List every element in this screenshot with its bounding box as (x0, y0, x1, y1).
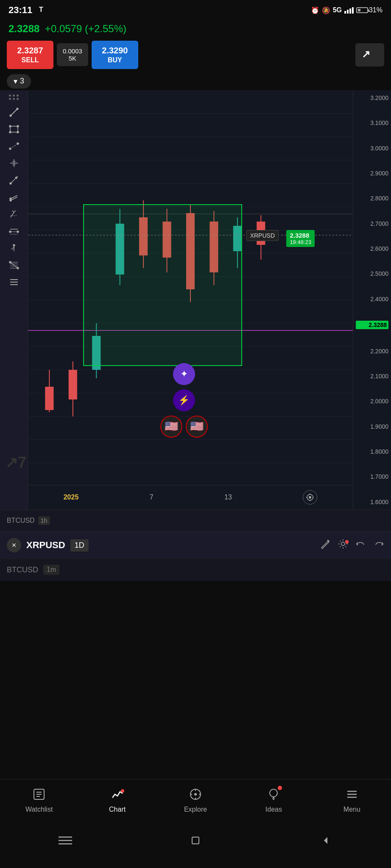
crosshair-tool[interactable] (6, 156, 22, 170)
svg-rect-72 (69, 370, 77, 399)
price-change: +0.0579 (+2.55%) (45, 23, 126, 34)
nav-menu[interactable]: Menu (313, 785, 391, 816)
channel-tool[interactable] (6, 190, 22, 204)
fibonacci-tool[interactable] (6, 258, 22, 272)
chart-icon (111, 788, 124, 804)
svg-point-93 (309, 496, 311, 499)
svg-point-101 (345, 540, 349, 544)
arrow-line-tool[interactable] (6, 173, 22, 187)
svg-point-36 (17, 231, 19, 233)
crosshair-price-label: 2.3288 19:48:23 (286, 230, 315, 247)
price-tick-24: 2.4000 (356, 296, 388, 302)
svg-point-12 (9, 131, 11, 133)
sell-label: SELL (14, 56, 46, 65)
text-tool[interactable] (6, 275, 22, 289)
explore-icon (189, 788, 202, 804)
svg-point-106 (121, 789, 124, 793)
dropdown-row: ▾ 3 (0, 72, 391, 90)
instrument-bar-secondary: BTCUSD 1h (0, 510, 391, 532)
svg-marker-124 (324, 837, 327, 844)
svg-rect-3 (349, 8, 351, 14)
svg-point-16 (17, 143, 19, 144)
crosshair-price: 2.3288 (290, 232, 311, 239)
spread-button[interactable]: 0.0003 5K (57, 43, 88, 66)
chart-toolbar (0, 90, 28, 510)
instrument-bar-main: × XRPUSD 1D (0, 532, 391, 559)
flag-button-1[interactable]: 🇺🇸 (160, 416, 182, 438)
flag-buttons: 🇺🇸 🇺🇸 (160, 416, 208, 438)
flag-button-2[interactable]: 🇺🇸 (186, 416, 208, 438)
status-icons: ⏰ 🔕 5G 31% (311, 6, 383, 14)
svg-rect-4 (352, 7, 354, 14)
go-to-current-button[interactable] (303, 490, 317, 505)
candle-area[interactable]: XRPUSD 2.3288 19:48:23 ✦ ⚡ 🇺🇸 🇺🇸 (28, 90, 353, 484)
draw-button[interactable] (320, 538, 331, 552)
svg-line-29 (12, 211, 14, 212)
watchlist-label: Watchlist (25, 806, 53, 813)
sell-button[interactable]: 2.3287 SELL (7, 41, 53, 69)
leverage-value: 3 (20, 77, 24, 86)
anchor-tool[interactable] (6, 241, 22, 255)
timeframe-badge[interactable]: 1D (70, 539, 89, 552)
price-header: 2.3288 +0.0579 (+2.55%) (0, 20, 391, 37)
nav-chart[interactable]: Chart (78, 785, 156, 816)
settings-button[interactable] (338, 538, 349, 552)
ideas-badge (278, 786, 282, 790)
signal-button[interactable]: ✦ (173, 363, 195, 385)
sys-home[interactable] (185, 830, 206, 851)
svg-point-11 (17, 125, 19, 127)
rectangle-tool[interactable] (6, 122, 22, 136)
nav-watchlist[interactable]: Watchlist (0, 785, 78, 816)
toolbar-drag-handle[interactable] (9, 94, 19, 100)
status-carrier: T (38, 5, 47, 16)
battery-container: 31% (356, 6, 383, 14)
lightning-button[interactable]: ⚡ (173, 389, 195, 411)
svg-line-6 (11, 109, 17, 116)
buy-label: BUY (99, 56, 131, 65)
chart-container[interactable]: XRPUSD 2.3288 19:48:23 ✦ ⚡ 🇺🇸 🇺🇸 (0, 90, 391, 510)
tertiary-timeframe: 1m (43, 565, 59, 575)
leverage-dropdown[interactable]: ▾ 3 (7, 74, 31, 89)
chevron-down-icon: ▾ (14, 77, 17, 86)
price-axis: 3.2000 3.1000 3.0000 2.9000 2.8000 2.700… (353, 90, 391, 510)
time-tick-7: 7 (150, 494, 154, 501)
nav-ideas[interactable]: Ideas (235, 785, 313, 816)
svg-point-108 (194, 793, 197, 796)
ideas-icon (267, 788, 280, 804)
svg-line-28 (11, 212, 14, 217)
price-tick-21: 2.1000 (356, 373, 388, 380)
multi-line-tool[interactable] (6, 224, 22, 238)
line-tool[interactable] (6, 105, 22, 119)
system-nav-bar (0, 821, 391, 868)
buy-button[interactable]: 2.3290 BUY (92, 41, 138, 69)
svg-point-8 (17, 108, 18, 110)
sys-hamburger[interactable] (55, 830, 76, 851)
close-symbol-button[interactable]: × (7, 538, 21, 552)
price-tick-17: 1.7000 (356, 473, 388, 480)
undo-button[interactable] (355, 538, 366, 552)
dotted-line-tool[interactable] (6, 139, 22, 153)
pitchfork-tool[interactable] (6, 207, 22, 221)
tradingview-button[interactable]: ↗ (355, 43, 384, 67)
svg-point-35 (9, 231, 11, 233)
menu-label: Menu (344, 806, 360, 813)
secondary-symbol: BTCUSD (7, 517, 35, 524)
svg-point-10 (9, 125, 11, 127)
signal-icon-star: ✦ (180, 369, 188, 380)
quantity-value: 5K (63, 55, 82, 62)
tv-watermark: ↗7 (4, 452, 42, 476)
svg-rect-70 (45, 387, 53, 410)
price-tick-28: 2.8000 (356, 195, 388, 202)
svg-text:↗7: ↗7 (5, 454, 26, 471)
us-flag-icon-2: 🇺🇸 (190, 420, 204, 433)
watchlist-icon (32, 788, 46, 804)
nav-explore[interactable]: Explore (156, 785, 235, 816)
crosshair-time: 19:48:23 (290, 239, 311, 245)
crosshair-symbol-label: XRPUSD (246, 230, 279, 241)
price-tick-18: 1.8000 (356, 448, 388, 455)
signal-bars-icon (344, 7, 354, 14)
redo-button[interactable] (373, 538, 384, 552)
svg-text:T: T (39, 6, 43, 13)
svg-line-38 (11, 247, 14, 250)
sys-back[interactable] (315, 830, 336, 851)
